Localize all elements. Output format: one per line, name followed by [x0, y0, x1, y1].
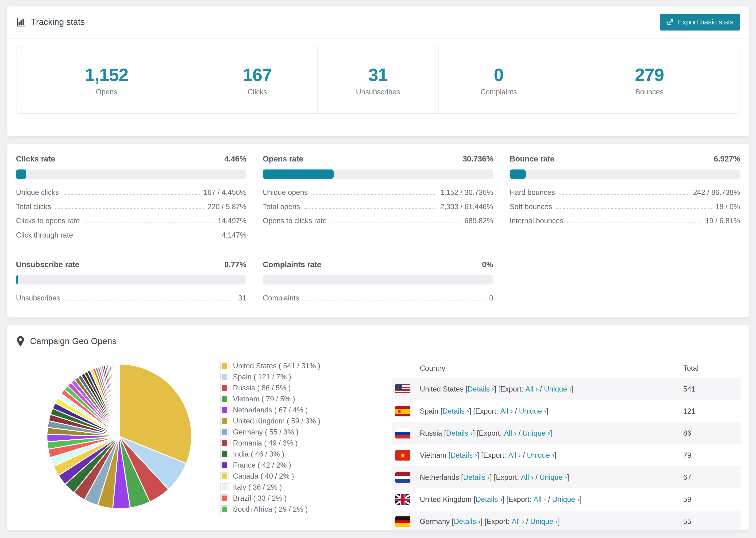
stat-value-complaints: 0 — [494, 65, 503, 85]
stat-box-bounces: 279Bounces — [559, 47, 739, 113]
geo-country-cell: Spain [Details ›] [Export: All › / Uniqu… — [420, 407, 683, 415]
nl-flag-icon — [395, 472, 410, 483]
geo-country-cell: United States [Details ›] [Export: All ›… — [420, 385, 683, 394]
bracket: ] — [580, 495, 582, 504]
rate-row-value: 220 / 5.87% — [207, 203, 246, 211]
export-prefix: [Export: — [492, 473, 521, 482]
details-link[interactable]: Details › — [476, 495, 503, 504]
rate-row-value: 4.147% — [222, 232, 246, 239]
export-unique-link[interactable]: Unique › — [523, 429, 550, 438]
campaign-geo-opens-title: Campaign Geo Opens — [16, 336, 117, 347]
rate-row-label: Clicks to opens rate — [16, 217, 80, 225]
details-link[interactable]: Details › — [454, 517, 481, 526]
rate-bar-bounce-rate — [510, 170, 740, 179]
rate-row-label: Total clicks — [16, 203, 51, 211]
export-all-link[interactable]: All › — [525, 385, 538, 394]
bracket: ] — [503, 495, 505, 504]
export-all-link[interactable]: All › — [533, 495, 546, 504]
rate-row-label: Unsubscribes — [16, 295, 60, 302]
rate-rows-bounce-rate: Hard bounces242 / 86.738%Soft bounces18 … — [510, 189, 740, 225]
export-unique-link[interactable]: Unique › — [552, 495, 579, 504]
geo-table-row-spain: Spain [Details ›] [Export: All › / Uniqu… — [392, 400, 741, 422]
export-all-link[interactable]: All › — [508, 451, 521, 459]
export-unique-link[interactable]: Unique › — [519, 407, 546, 415]
rate-row-internal-bounces: Internal bounces19 / 6.81% — [510, 217, 740, 225]
export-unique-link[interactable]: Unique › — [540, 473, 567, 482]
export-prefix: [Export: — [482, 517, 512, 526]
rates-grid: Clicks rate4.46%Unique clicks167 / 4.456… — [7, 144, 749, 302]
geo-total-cell: 121 — [683, 407, 741, 415]
bracket: [ — [472, 495, 476, 504]
rate-section-bounce-rate: Bounce rate6.927%Hard bounces242 / 86.73… — [510, 154, 740, 239]
details-link[interactable]: Details › — [467, 385, 494, 394]
rate-row-value: 167 / 4.456% — [203, 189, 246, 196]
geo-country-cell: Germany [Details ›] [Export: All › / Uni… — [420, 517, 683, 526]
rate-bar-opens-rate — [263, 170, 493, 179]
legend-label-india: India ( 46 / 3% ) — [233, 450, 284, 458]
export-all-link[interactable]: All › — [512, 517, 524, 526]
slash: / — [521, 451, 527, 459]
legend-swatch-germany — [221, 428, 228, 436]
legend-item-united-states: United States ( 541 / 31% ) — [221, 362, 333, 370]
stat-box-clicks: 167Clicks — [197, 47, 317, 113]
bracket: [ — [446, 451, 450, 459]
rate-section-complaints-rate: Complaints rate0%Complaints0 — [263, 260, 493, 302]
rate-rows-opens-rate: Unique opens1,152 / 30.736%Total opens2,… — [263, 189, 493, 225]
vn-flag-icon — [395, 450, 410, 460]
legend-swatch-romania — [221, 439, 228, 447]
bracket: ] — [558, 517, 560, 526]
stat-label-unsubscribes: Unsubscribes — [356, 88, 400, 96]
legend-swatch-italy — [221, 484, 228, 491]
dotted-leader — [567, 223, 702, 223]
dotted-leader — [64, 300, 235, 300]
export-all-link[interactable]: All › — [504, 429, 516, 438]
legend-item-romania: Romania ( 49 / 3% ) — [221, 439, 333, 447]
export-all-link[interactable]: All › — [500, 407, 513, 415]
details-link[interactable]: Details › — [443, 407, 469, 415]
bracket: ] — [473, 429, 475, 438]
bracket: ] — [480, 517, 482, 526]
rate-row-label: Unique clicks — [16, 189, 59, 196]
export-unique-link[interactable]: Unique › — [527, 451, 554, 459]
export-unique-link[interactable]: Unique › — [544, 385, 571, 394]
rate-row-unsubscribes: Unsubscribes31 — [16, 295, 246, 302]
geo-table-row-germany: Germany [Details ›] [Export: All › / Uni… — [392, 511, 741, 530]
legend-item-italy: Italy ( 36 / 2% ) — [221, 483, 333, 492]
dotted-leader — [331, 223, 461, 223]
rate-head-unsubscribe-rate: Unsubscribe rate0.77% — [16, 260, 246, 269]
rate-title-opens-rate: Opens rate — [263, 154, 303, 163]
legend-label-united-states: United States ( 541 / 31% ) — [233, 362, 320, 370]
bracket: [ — [463, 385, 467, 394]
rate-row-value: 19 / 6.81% — [705, 217, 740, 225]
rate-head-complaints-rate: Complaints rate0% — [263, 260, 493, 269]
rate-row-opens-to-clicks-rate: Opens to clicks rate689.82% — [263, 217, 493, 225]
bracket: ] — [494, 385, 496, 394]
export-unique-link[interactable]: Unique › — [530, 517, 558, 526]
legend-swatch-spain — [221, 373, 228, 381]
export-prefix: [Export: — [496, 385, 525, 394]
rate-row-unique-clicks: Unique clicks167 / 4.456% — [16, 189, 246, 196]
geo-total-cell: 86 — [683, 429, 741, 438]
export-basic-stats-button[interactable]: Export basic stats — [660, 14, 740, 30]
export-all-link[interactable]: All › — [521, 473, 533, 482]
geo-total-cell: 541 — [683, 385, 741, 394]
legend-label-canada: Canada ( 40 / 2% ) — [233, 472, 294, 480]
geo-table-header-country: Country — [420, 364, 683, 372]
details-link[interactable]: Details › — [450, 451, 477, 459]
pie-slice-other-58 — [119, 364, 119, 436]
details-link[interactable]: Details › — [463, 473, 490, 482]
geo-table-row-vietnam: Vietnam [Details ›] [Export: All › / Uni… — [392, 444, 741, 466]
stat-box-complaints: 0Complaints — [438, 47, 559, 113]
details-link[interactable]: Details › — [446, 429, 473, 438]
geo-table-row-russia: Russia [Details ›] [Export: All › / Uniq… — [392, 422, 741, 444]
rate-row-label: Soft bounces — [510, 203, 552, 211]
rate-value-bounce-rate: 6.927% — [714, 154, 740, 163]
gb-flag-icon — [395, 494, 410, 505]
slash: / — [524, 517, 530, 526]
legend-item-brazil: Brazil ( 33 / 2% ) — [221, 494, 333, 503]
tracking-stats-title-text: Tracking stats — [31, 17, 85, 27]
stat-value-unsubscribes: 31 — [368, 65, 388, 85]
dotted-leader — [77, 237, 218, 237]
map-pin-icon — [16, 336, 25, 347]
country-name: Russia — [420, 429, 442, 438]
